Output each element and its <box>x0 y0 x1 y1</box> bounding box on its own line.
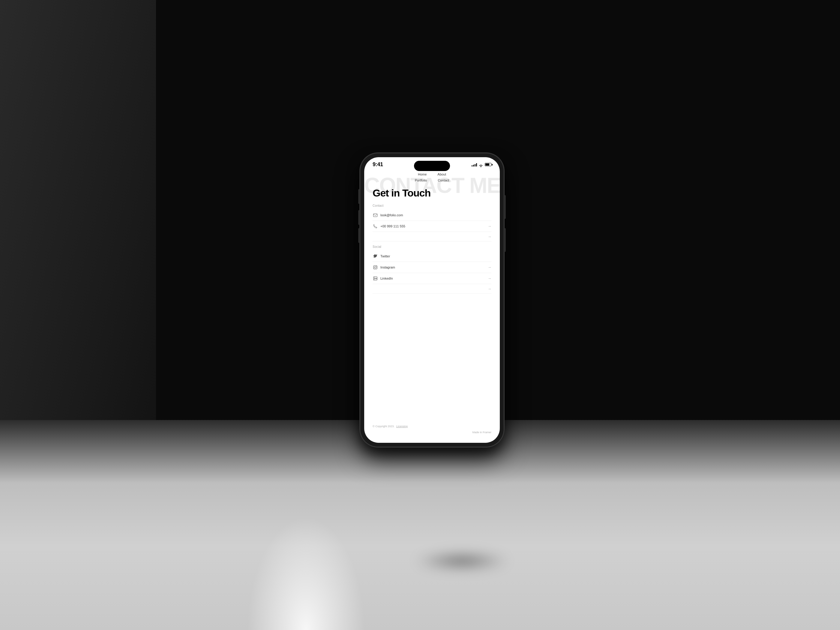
status-bar: 9:41 <box>364 157 500 170</box>
footer: © Copyright 2023. Licensing Made in Fram… <box>364 425 500 434</box>
linkedin-item-left: LinkedIn <box>373 276 393 281</box>
footer-made-in: Made in Framer <box>472 431 491 434</box>
svg-rect-0 <box>374 213 377 216</box>
instagram-arrow-icon: → <box>488 265 491 269</box>
contact-extra-arrow-icon: → <box>488 235 491 239</box>
svg-rect-1 <box>374 265 377 269</box>
phone-screen: 9:41 <box>364 157 500 443</box>
navigation: Home About Portfolio Contact <box>364 170 500 183</box>
phone-icon <box>373 224 378 229</box>
nav-item-home[interactable]: Home <box>417 171 427 177</box>
instagram-text: Instagram <box>381 265 395 269</box>
phone-item[interactable]: +00 999 111 555 → <box>373 221 491 232</box>
contact-extra-row[interactable]: → <box>373 232 491 242</box>
footer-licensing[interactable]: Licensing <box>396 425 408 428</box>
instagram-icon <box>373 265 378 270</box>
email-icon <box>373 212 378 218</box>
contact-section-label: Contact <box>373 204 491 207</box>
email-text: look@folio.com <box>381 213 403 217</box>
svg-point-2 <box>374 267 376 268</box>
email-item-left: look@folio.com <box>373 212 403 218</box>
nav-item-portfolio[interactable]: Portfolio <box>414 177 428 183</box>
social-extra-row[interactable]: → <box>373 284 491 294</box>
battery-icon <box>485 163 491 166</box>
social-section: Social Twitter <box>373 245 491 294</box>
signal-bars-icon <box>472 163 477 166</box>
footer-top: © Copyright 2023. Licensing <box>373 425 491 428</box>
light-beam <box>216 420 396 630</box>
contact-section: Contact look@folio.com <box>373 204 491 242</box>
status-icons <box>472 163 491 166</box>
main-content: Get in Touch Contact <box>364 183 500 300</box>
twitter-item-left: Twitter <box>373 254 390 259</box>
twitter-item[interactable]: Twitter <box>373 251 491 262</box>
status-time: 9:41 <box>373 161 383 168</box>
linkedin-text: LinkedIn <box>381 276 393 280</box>
twitter-icon <box>373 254 378 259</box>
wifi-icon <box>479 163 483 166</box>
svg-rect-5 <box>374 278 375 279</box>
phone-shadow <box>414 552 510 570</box>
svg-point-6 <box>374 277 375 278</box>
svg-point-3 <box>376 266 377 267</box>
linkedin-item[interactable]: LinkedIn → <box>373 273 491 284</box>
linkedin-icon <box>373 276 378 281</box>
email-item[interactable]: look@folio.com <box>373 210 491 221</box>
nav-row-2: Portfolio Contact <box>414 177 450 183</box>
instagram-item-left: Instagram <box>373 265 395 270</box>
twitter-text: Twitter <box>381 254 390 258</box>
phone-device: 9:41 <box>360 153 504 447</box>
nav-row-1: Home About <box>417 171 447 177</box>
nav-item-contact[interactable]: Contact <box>437 177 450 183</box>
phone-text: +00 999 111 555 <box>381 224 405 228</box>
social-extra-arrow-icon: → <box>488 287 491 291</box>
dynamic-island <box>414 161 450 171</box>
phone-arrow-icon: → <box>488 224 491 228</box>
phone-item-left: +00 999 111 555 <box>373 224 405 229</box>
social-section-label: Social <box>373 245 491 248</box>
footer-copyright: © Copyright 2023. <box>373 425 395 428</box>
phone-wrapper: 9:41 <box>360 153 504 447</box>
nav-item-about[interactable]: About <box>437 171 447 177</box>
instagram-item[interactable]: Instagram → <box>373 262 491 273</box>
linkedin-arrow-icon: → <box>488 276 491 281</box>
page-title: Get in Touch <box>373 188 491 199</box>
footer-bottom: Made in Framer <box>373 429 491 434</box>
